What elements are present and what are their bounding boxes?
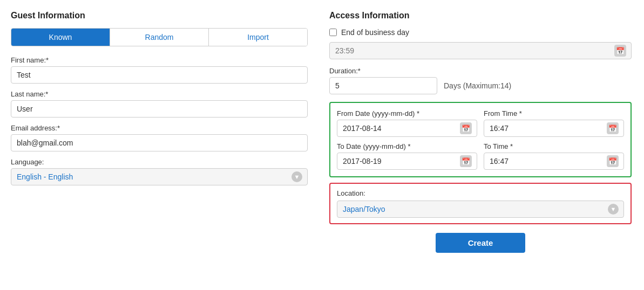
access-info-title: Access Information xyxy=(329,11,632,20)
to-time-label: To Time * xyxy=(484,142,624,150)
to-time-col: To Time * 📅 xyxy=(484,142,624,170)
language-label: Language: xyxy=(11,158,308,166)
language-group: Language: English - English ▼ xyxy=(11,158,308,185)
create-btn-row: Create xyxy=(329,233,632,253)
right-panel: Access Information End of business day 📅… xyxy=(329,11,632,253)
duration-input[interactable] xyxy=(329,77,437,94)
location-select[interactable]: Japan/Tokyo xyxy=(337,201,624,218)
to-date-calendar-icon[interactable]: 📅 xyxy=(460,155,472,167)
to-date-wrap: 📅 xyxy=(337,153,477,170)
to-time-calendar-icon[interactable]: 📅 xyxy=(607,155,619,167)
from-date-col: From Date (yyyy-mm-dd) * 📅 xyxy=(337,109,477,137)
first-name-label: First name:* xyxy=(11,56,308,64)
to-time-input[interactable] xyxy=(484,153,624,170)
time-input[interactable] xyxy=(329,42,632,59)
time-calendar-icon[interactable]: 📅 xyxy=(614,45,626,57)
to-date-col: To Date (yyyy-mm-dd) * 📅 xyxy=(337,142,477,170)
duration-label: Duration:* xyxy=(329,67,632,75)
from-date-label: From Date (yyyy-mm-dd) * xyxy=(337,109,477,118)
tab-random[interactable]: Random xyxy=(110,29,209,46)
main-container: Guest Information Known Random Import Fi… xyxy=(11,11,632,253)
location-label: Location: xyxy=(337,189,624,197)
location-select-wrap: Japan/Tokyo ▼ xyxy=(337,201,624,218)
to-time-wrap: 📅 xyxy=(484,153,624,170)
tab-known[interactable]: Known xyxy=(11,29,110,46)
guest-info-title: Guest Information xyxy=(11,11,308,20)
last-name-label: Last name:* xyxy=(11,90,308,98)
left-panel: Guest Information Known Random Import Fi… xyxy=(11,11,308,253)
time-input-wrapper: 📅 xyxy=(329,42,632,59)
duration-group: Duration:* Days (Maximum:14) xyxy=(329,67,632,94)
email-group: Email address:* xyxy=(11,124,308,151)
end-of-business-day-row: End of business day xyxy=(329,28,632,37)
first-name-input[interactable] xyxy=(11,66,308,84)
end-of-business-day-label: End of business day xyxy=(341,28,409,37)
from-row: From Date (yyyy-mm-dd) * 📅 From Time * 📅 xyxy=(337,109,624,137)
location-section: Location: Japan/Tokyo ▼ xyxy=(329,183,632,224)
last-name-group: Last name:* xyxy=(11,90,308,118)
end-of-business-day-checkbox[interactable] xyxy=(329,29,337,36)
to-row: To Date (yyyy-mm-dd) * 📅 To Time * 📅 xyxy=(337,142,624,170)
email-label: Email address:* xyxy=(11,124,308,132)
from-time-calendar-icon[interactable]: 📅 xyxy=(607,122,619,134)
last-name-input[interactable] xyxy=(11,100,308,118)
duration-suffix: Days (Maximum:14) xyxy=(444,81,511,90)
datetime-section: From Date (yyyy-mm-dd) * 📅 From Time * 📅 xyxy=(329,102,632,177)
from-date-calendar-icon[interactable]: 📅 xyxy=(460,122,472,134)
from-time-wrap: 📅 xyxy=(484,120,624,137)
tab-import[interactable]: Import xyxy=(209,29,307,46)
first-name-group: First name:* xyxy=(11,56,308,84)
tab-group: Known Random Import xyxy=(11,28,308,46)
from-time-col: From Time * 📅 xyxy=(484,109,624,137)
from-time-input[interactable] xyxy=(484,120,624,137)
create-button[interactable]: Create xyxy=(436,233,526,253)
language-select-wrapper: English - English ▼ xyxy=(11,168,308,185)
to-date-label: To Date (yyyy-mm-dd) * xyxy=(337,142,477,150)
from-date-input[interactable] xyxy=(337,120,477,137)
from-date-wrap: 📅 xyxy=(337,120,477,137)
language-select[interactable]: English - English xyxy=(11,168,308,185)
duration-row: Days (Maximum:14) xyxy=(329,77,632,94)
to-date-input[interactable] xyxy=(337,153,477,170)
from-time-label: From Time * xyxy=(484,109,624,118)
email-input[interactable] xyxy=(11,134,308,151)
